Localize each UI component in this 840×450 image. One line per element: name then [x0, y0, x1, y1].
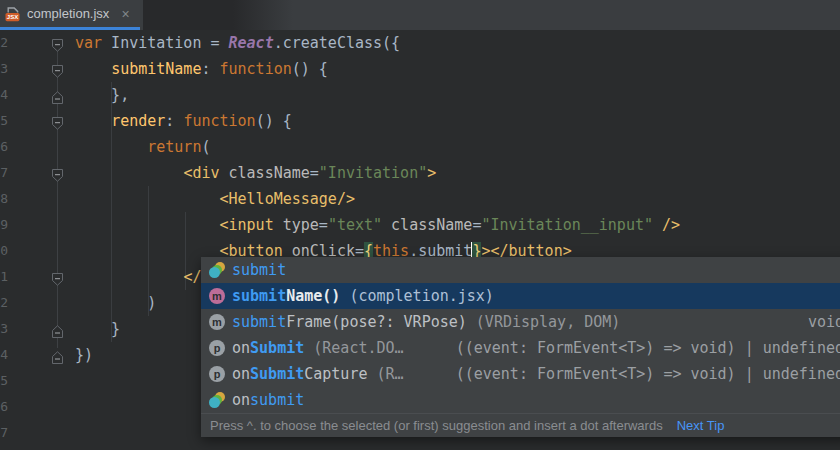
tab-completion-jsx[interactable]: JSX completion.jsx × — [0, 0, 140, 30]
fold-marker-icon[interactable] — [51, 61, 64, 76]
fold-marker-icon[interactable] — [51, 113, 64, 128]
method-icon: m — [209, 314, 225, 330]
completion-item[interactable]: submit — [201, 257, 840, 283]
line-number: 2 — [0, 30, 8, 56]
completion-label-part: submit — [232, 309, 286, 335]
code-line[interactable]: 7 <div className="Invitation"> — [0, 160, 840, 186]
property-icon: p — [209, 366, 225, 382]
code-line[interactable]: 4 }, — [0, 82, 840, 108]
completion-label-part: Frame(pose?: VRPose) — [286, 309, 467, 335]
completion-item[interactable]: msubmitName() (completion.jsx) — [201, 283, 840, 309]
completion-label-part: on — [232, 387, 250, 413]
completion-label-part: Name() — [286, 283, 340, 309]
fold-marker-icon[interactable] — [51, 87, 64, 102]
line-number: 4 — [0, 82, 8, 108]
fold-marker-icon[interactable] — [51, 165, 64, 180]
code-text: <div className="Invitation"> — [75, 160, 436, 186]
completion-label-part: on — [232, 335, 250, 361]
completion-label-part: Submit — [250, 361, 304, 387]
code-text: render: function() { — [75, 108, 292, 134]
code-line[interactable]: 8 <HelloMessage/> — [0, 186, 840, 212]
code-text: <HelloMessage/> — [75, 186, 355, 212]
code-text: <input type="text" className="Invitation… — [75, 212, 680, 238]
jsx-file-icon: JSX — [5, 6, 21, 22]
next-tip-link[interactable]: Next Tip — [677, 418, 725, 433]
completion-item[interactable]: ponSubmitCapture (R…((event: FormEvent<T… — [201, 361, 840, 387]
code-line[interactable]: 6 return( — [0, 134, 840, 160]
svg-text:JSX: JSX — [7, 14, 18, 20]
line-number: 10 — [0, 238, 8, 264]
hint-text: Press ^. to choose the selected (or firs… — [210, 418, 663, 433]
fold-marker-icon[interactable] — [51, 269, 64, 284]
method-icon: m — [209, 288, 225, 304]
completion-hint-bar: Press ^. to choose the selected (or firs… — [201, 413, 840, 437]
code-text: } — [75, 316, 120, 342]
completion-label-part: submit — [250, 387, 304, 413]
completion-type-hint: ((event: FormEvent<T>) => void) | undefi… — [456, 361, 840, 387]
line-number: 16 — [0, 394, 8, 420]
completion-label-part: submit — [232, 257, 286, 283]
variants-icon — [209, 262, 225, 278]
code-line[interactable]: 5 render: function() { — [0, 108, 840, 134]
code-text: ) — [75, 290, 156, 316]
property-icon: p — [209, 340, 225, 356]
code-line[interactable]: 2var Invitation = React.createClass({ — [0, 30, 840, 56]
line-number: 9 — [0, 212, 8, 238]
completion-label-part: (VRDisplay, DOM) — [467, 309, 621, 335]
completion-label-part: Submit — [250, 335, 304, 361]
fold-marker-icon[interactable] — [51, 321, 64, 336]
fold-marker-icon[interactable] — [51, 347, 64, 362]
completion-list: submitmsubmitName() (completion.jsx)msub… — [201, 257, 840, 413]
code-text: submitName: function() { — [75, 56, 328, 82]
completion-label-part: (completion.jsx) — [340, 283, 494, 309]
line-number: 8 — [0, 186, 8, 212]
line-number: 11 — [0, 264, 8, 290]
code-text: var Invitation = React.createClass({ — [75, 30, 400, 56]
completion-item[interactable]: onsubmit — [201, 387, 840, 413]
completion-popup: submitmsubmitName() (completion.jsx)msub… — [201, 257, 840, 437]
completion-item[interactable]: msubmitFrame(pose?: VRPose) (VRDisplay, … — [201, 309, 840, 335]
completion-label-part: submit — [232, 283, 286, 309]
completion-type-hint: void — [808, 309, 840, 335]
code-text: }) — [75, 342, 93, 368]
line-number: 7 — [0, 160, 8, 186]
line-number: 5 — [0, 108, 8, 134]
line-number: 15 — [0, 368, 8, 394]
line-number: 17 — [0, 420, 8, 446]
variants-icon — [209, 392, 225, 408]
completion-type-hint: ((event: FormEvent<T>) => void) | undefi… — [456, 335, 840, 361]
code-text: return( — [75, 134, 210, 160]
line-number: 14 — [0, 342, 8, 368]
completion-label-part: (React.DO… — [304, 335, 403, 361]
completion-item[interactable]: ponSubmit (React.DO…((event: FormEvent<T… — [201, 335, 840, 361]
tab-bar-shade — [143, 0, 293, 30]
code-text: }, — [75, 82, 129, 108]
line-number: 6 — [0, 134, 8, 160]
tab-close-icon[interactable]: × — [121, 7, 129, 21]
completion-label-part: on — [232, 361, 250, 387]
fold-marker-icon[interactable] — [51, 35, 64, 50]
code-line[interactable]: 3 submitName: function() { — [0, 56, 840, 82]
tab-title: completion.jsx — [27, 6, 109, 22]
line-number: 12 — [0, 290, 8, 316]
editor-tab-bar: JSX completion.jsx × — [0, 0, 840, 30]
line-number: 13 — [0, 316, 8, 342]
completion-label-part: (R… — [367, 361, 403, 387]
line-number: 3 — [0, 56, 8, 82]
code-line[interactable]: 9 <input type="text" className="Invitati… — [0, 212, 840, 238]
completion-label-part: Capture — [304, 361, 367, 387]
